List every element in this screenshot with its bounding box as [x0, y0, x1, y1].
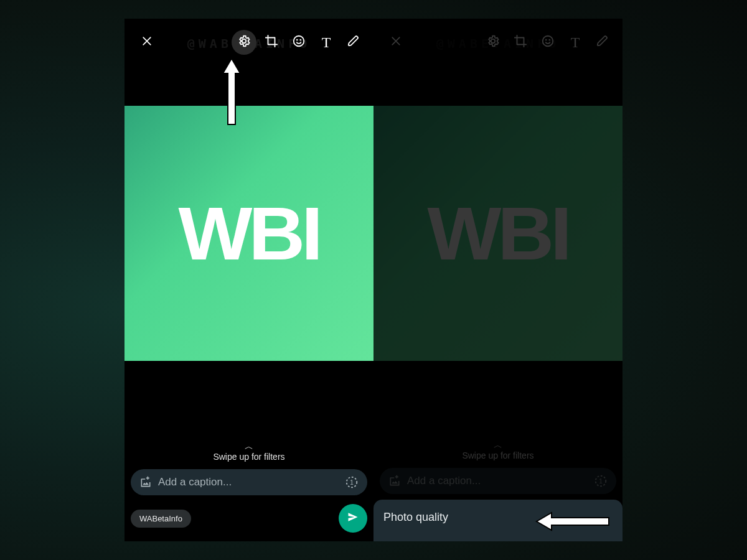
chevron-up-icon: ︿ — [380, 442, 616, 448]
send-icon — [347, 511, 359, 526]
text-icon: T — [322, 34, 331, 51]
close-icon — [390, 35, 402, 50]
swipe-label: Swipe up for filters — [380, 450, 616, 460]
draw-button[interactable] — [341, 30, 366, 55]
swipe-hint[interactable]: ︿ Swipe up for filters — [131, 443, 367, 462]
gear-icon — [237, 34, 251, 50]
emoji-icon — [292, 34, 306, 50]
left-screenshot: @WABETAINFO — [125, 19, 374, 541]
image-logo-text: WBI — [179, 190, 319, 276]
crop-button[interactable] — [508, 30, 533, 55]
svg-point-7 — [546, 40, 547, 40]
svg-point-2 — [300, 40, 301, 40]
bottom-panel: ︿ Swipe up for filters Add a caption... … — [374, 431, 622, 503]
caption-placeholder: Add a caption... — [407, 475, 588, 487]
svg-point-6 — [543, 36, 553, 47]
pencil-icon — [596, 34, 609, 50]
crop-button[interactable] — [259, 30, 284, 55]
swipe-hint[interactable]: ︿ Swipe up for filters — [380, 442, 616, 460]
right-screenshot: @WABETAINFO T WBI — [374, 19, 622, 541]
sheet-title: Photo quality — [383, 511, 613, 524]
image-preview: WBI — [374, 106, 622, 361]
caption-input[interactable]: Add a caption... 1 — [380, 468, 616, 494]
svg-point-8 — [549, 40, 550, 40]
text-button[interactable]: T — [563, 30, 588, 55]
send-row: WABetaInfo — [131, 504, 367, 533]
send-button[interactable] — [339, 504, 367, 533]
image-add-icon — [139, 476, 152, 488]
swipe-label: Swipe up for filters — [131, 452, 367, 462]
editor-toolbar: T — [125, 27, 374, 57]
crop-icon — [265, 34, 278, 50]
recipient-chip[interactable]: WABetaInfo — [131, 510, 191, 528]
emoji-button[interactable] — [535, 30, 560, 55]
text-icon: T — [571, 34, 580, 51]
settings-button[interactable] — [232, 30, 256, 55]
close-button[interactable] — [383, 30, 408, 55]
image-add-icon — [388, 475, 401, 487]
comparison-stage: @WABETAINFO — [125, 19, 622, 541]
settings-button[interactable] — [481, 30, 505, 55]
crop-icon — [514, 34, 527, 50]
emoji-button[interactable] — [286, 30, 311, 55]
bottom-panel: ︿ Swipe up for filters Add a caption... … — [125, 432, 374, 541]
draw-button[interactable] — [590, 30, 615, 55]
pencil-icon — [347, 34, 360, 50]
view-once-button[interactable]: 1 — [345, 475, 359, 489]
close-icon — [141, 35, 153, 50]
close-button[interactable] — [134, 30, 159, 55]
caption-input[interactable]: Add a caption... 1 — [131, 469, 367, 495]
view-once-button[interactable]: 1 — [594, 474, 608, 488]
gear-icon — [486, 34, 500, 50]
caption-placeholder: Add a caption... — [158, 476, 339, 488]
svg-point-1 — [297, 40, 298, 40]
image-preview: WBI — [125, 106, 374, 361]
image-logo-text: WBI — [428, 190, 568, 276]
emoji-icon — [541, 34, 555, 50]
editor-toolbar: T — [374, 27, 622, 57]
svg-point-0 — [294, 36, 304, 47]
text-button[interactable]: T — [314, 30, 339, 55]
photo-quality-sheet[interactable]: Photo quality — [374, 500, 622, 541]
svg-text:1: 1 — [350, 479, 354, 486]
svg-text:1: 1 — [599, 478, 603, 485]
chevron-up-icon: ︿ — [131, 443, 367, 449]
